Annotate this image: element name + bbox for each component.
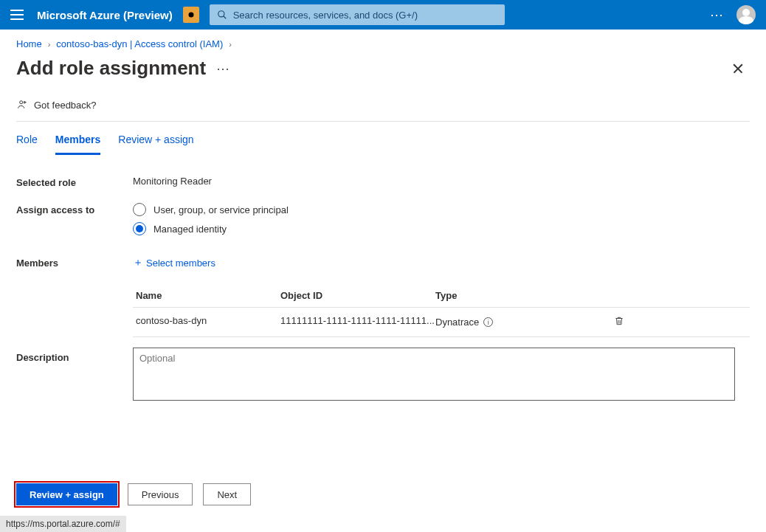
col-objectid-header: Object ID <box>280 290 435 301</box>
info-icon[interactable]: i <box>483 317 493 327</box>
title-bar: Add role assignment ⋯ <box>0 54 766 87</box>
brand-title: Microsoft Azure (Preview) <box>37 9 173 21</box>
radio-label: User, group, or service principal <box>153 204 289 215</box>
radio-icon <box>133 222 146 235</box>
members-label: Members <box>16 256 133 269</box>
breadcrumb-item[interactable]: contoso-bas-dyn | Access control (IAM) <box>56 38 223 49</box>
tabs: Role Members Review + assign <box>0 122 766 155</box>
table-row: contoso-bas-dyn 11111111-1111-1111-1111-… <box>133 308 750 337</box>
radio-label: Managed identity <box>153 224 227 235</box>
delete-icon[interactable] <box>614 315 624 329</box>
svg-point-0 <box>188 13 193 18</box>
avatar[interactable] <box>736 5 756 24</box>
selected-role-value: Monitoring Reader <box>133 176 750 187</box>
search-input[interactable] <box>233 10 497 21</box>
chevron-right-icon: › <box>229 40 232 49</box>
members-table: Name Object ID Type contoso-bas-dyn 1111… <box>133 284 750 337</box>
selected-role-label: Selected role <box>16 176 133 188</box>
search-icon <box>217 10 227 20</box>
select-members-link[interactable]: ＋ Select members <box>133 256 215 269</box>
col-name-header: Name <box>133 290 280 301</box>
menu-icon[interactable] <box>10 10 24 20</box>
radio-icon <box>133 203 146 216</box>
cell-type: Dynatrace <box>435 317 479 328</box>
svg-point-3 <box>20 101 23 104</box>
title-more-icon[interactable]: ⋯ <box>216 61 230 77</box>
chevron-right-icon: › <box>48 40 51 49</box>
svg-line-2 <box>223 16 226 19</box>
page-title: Add role assignment <box>16 57 206 80</box>
table-header: Name Object ID Type <box>133 284 750 308</box>
top-bar: Microsoft Azure (Preview) ⋯ <box>0 0 766 30</box>
status-url: https://ms.portal.azure.com/# <box>0 516 126 532</box>
previous-button[interactable]: Previous <box>128 483 193 505</box>
review-assign-button[interactable]: Review + assign <box>16 483 117 505</box>
form-area: Selected role Monitoring Reader Assign a… <box>0 155 766 337</box>
breadcrumb-home[interactable]: Home <box>16 38 42 49</box>
tab-members[interactable]: Members <box>55 129 100 155</box>
close-icon[interactable] <box>732 63 744 75</box>
col-type-header: Type <box>435 290 590 301</box>
cell-objectid: 11111111-1111-1111-1111-11111... <box>280 315 435 329</box>
tab-role[interactable]: Role <box>16 129 38 155</box>
select-members-label: Select members <box>146 258 215 269</box>
radio-managed-identity[interactable]: Managed identity <box>133 222 750 235</box>
search-box[interactable] <box>210 4 505 25</box>
svg-point-1 <box>218 11 224 17</box>
description-input[interactable] <box>133 348 735 401</box>
footer-buttons: Review + assign Previous Next <box>16 483 251 505</box>
bug-icon[interactable] <box>183 7 199 23</box>
more-icon[interactable]: ⋯ <box>710 7 725 23</box>
feedback-icon <box>16 99 28 111</box>
next-button[interactable]: Next <box>203 483 251 505</box>
breadcrumb: Home › contoso-bas-dyn | Access control … <box>0 30 766 54</box>
cell-name: contoso-bas-dyn <box>133 315 280 329</box>
tab-review-assign[interactable]: Review + assign <box>118 129 193 155</box>
radio-user-group-sp[interactable]: User, group, or service principal <box>133 203 750 216</box>
plus-icon: ＋ <box>133 256 143 269</box>
description-label: Description <box>16 348 133 403</box>
description-row: Description <box>0 337 766 403</box>
feedback-label: Got feedback? <box>34 100 97 111</box>
feedback-link[interactable]: Got feedback? <box>0 87 766 121</box>
assign-access-label: Assign access to <box>16 203 133 215</box>
